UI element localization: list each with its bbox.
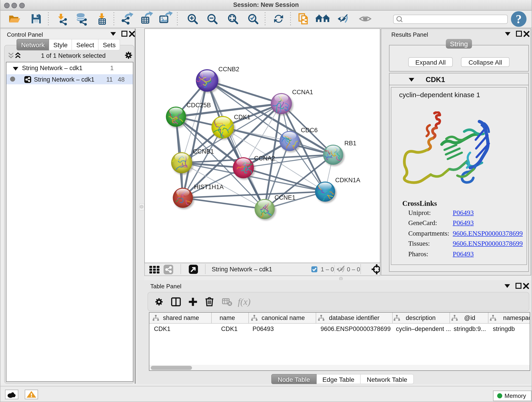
svg-text:CCNA2: CCNA2 <box>254 155 275 162</box>
svg-text:CDKN1A: CDKN1A <box>335 177 360 184</box>
svg-text:?: ? <box>516 13 522 26</box>
svg-text:RB1: RB1 <box>344 140 356 147</box>
svg-text:f(x): f(x) <box>238 297 251 307</box>
svg-text:0 – 0: 0 – 0 <box>347 266 360 273</box>
svg-text:CCNB2: CCNB2 <box>218 66 239 73</box>
svg-text:CDC25B: CDC25B <box>186 102 211 109</box>
svg-text:CDC6: CDC6 <box>301 127 318 134</box>
svg-text:CCNE1: CCNE1 <box>274 194 296 201</box>
svg-text:String Network – cdk1: String Network – cdk1 <box>212 266 272 273</box>
svg-text:CDK1: CDK1 <box>234 114 250 121</box>
svg-text:CCNA1: CCNA1 <box>292 89 313 96</box>
svg-text:HIST1H1A: HIST1H1A <box>194 184 224 191</box>
svg-text:1 – 0: 1 – 0 <box>321 266 334 273</box>
svg-text:CCNB1: CCNB1 <box>193 148 214 155</box>
